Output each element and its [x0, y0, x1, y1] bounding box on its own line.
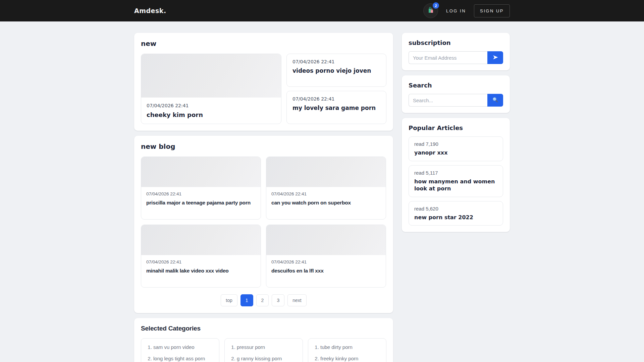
article-read-count: read 5,117	[414, 170, 497, 176]
post-date: 07/04/2026 22:41	[292, 96, 380, 102]
search-widget: Search	[402, 75, 510, 113]
popular-article-card[interactable]: read 5,620 new porn star 2022	[409, 201, 503, 226]
section-new-blog-heading: new blog	[141, 142, 386, 150]
post-title: descuifos en la lfl xxx	[271, 267, 381, 275]
section-new: new 07/04/2026 22:41 cheeky kim porn 07/…	[134, 33, 393, 131]
post-title: cheeky kim porn	[147, 111, 276, 118]
section-new-blog: new blog 07/04/2026 22:41 priscilla majo…	[134, 136, 393, 313]
post-date: 07/04/2026 22:41	[271, 191, 381, 196]
subscribe-button[interactable]	[487, 51, 503, 64]
article-title: how manymen and women look at porn	[414, 178, 497, 192]
blog-post-thumbnail	[141, 225, 261, 255]
section-selected-categories: Selected Categories sam vu porn video lo…	[134, 318, 393, 362]
popular-article-card[interactable]: read 7,190 yanopr xxx	[409, 136, 503, 161]
search-button[interactable]	[487, 94, 503, 107]
pagination-page-2-button[interactable]: 2	[256, 294, 269, 306]
category-link[interactable]: g ranny kissing porn	[237, 355, 297, 362]
pagination-page-3-button[interactable]: 3	[272, 294, 284, 306]
popular-article-card[interactable]: read 5,117 how manymen and women look at…	[409, 165, 503, 197]
category-list: pressur porn g ranny kissing porn pussy …	[224, 338, 303, 362]
subscription-widget: subscription	[402, 33, 510, 70]
category-list: tube dirty porn freeky kinky porn skylar…	[308, 338, 386, 362]
post-date: 07/04/2026 22:41	[146, 191, 256, 196]
pagination: top 1 2 3 next	[141, 294, 386, 306]
post-date: 07/04/2026 22:41	[292, 59, 380, 64]
article-title: new porn star 2022	[414, 214, 497, 221]
pagination-page-1-button[interactable]: 1	[240, 294, 253, 306]
category-link[interactable]: long legs tight ass porn	[153, 355, 214, 362]
blog-post-thumbnail	[266, 225, 386, 255]
blog-post-thumbnail	[141, 157, 261, 187]
popular-articles-widget: Popular Articles read 7,190 yanopr xxx r…	[402, 118, 510, 232]
blog-post-card[interactable]: 07/04/2026 22:41 can you watch porn on s…	[266, 157, 386, 220]
subscription-heading: subscription	[409, 39, 503, 46]
side-post-card[interactable]: 07/04/2026 22:41 my lovely sara game por…	[286, 91, 386, 124]
category-link[interactable]: sam vu porn video	[153, 344, 214, 351]
popular-articles-heading: Popular Articles	[409, 124, 503, 131]
post-date: 07/04/2026 22:41	[271, 259, 381, 264]
post-date: 07/04/2026 22:41	[146, 259, 256, 264]
post-title: minahil malik lake video xxx video	[146, 267, 256, 275]
selected-categories-heading: Selected Categories	[141, 325, 386, 332]
shopping-bags-button[interactable]: 2	[423, 3, 438, 18]
blog-post-card[interactable]: 07/04/2026 22:41 descuifos en la lfl xxx	[266, 225, 386, 288]
search-icon	[492, 97, 498, 104]
login-link[interactable]: LOG IN	[446, 8, 466, 13]
blog-post-card[interactable]: 07/04/2026 22:41 priscilla major a teena…	[141, 157, 261, 220]
cart-count-badge: 2	[433, 2, 439, 9]
article-read-count: read 7,190	[414, 141, 497, 147]
featured-post-thumbnail	[141, 54, 281, 98]
article-read-count: read 5,620	[414, 206, 497, 212]
top-navbar: Amdesk. 2 LOG IN SIGN UP	[0, 0, 644, 21]
post-title: can you watch porn on superbox	[271, 199, 381, 206]
search-heading: Search	[409, 82, 503, 89]
blog-post-card[interactable]: 07/04/2026 22:41 minahil malik lake vide…	[141, 225, 261, 288]
pagination-next-button[interactable]: next	[287, 294, 306, 306]
category-link[interactable]: freeky kinky porn	[320, 355, 381, 362]
featured-post-card[interactable]: 07/04/2026 22:41 cheeky kim porn	[141, 54, 281, 124]
post-title: priscilla major a teenage pajama party p…	[146, 199, 256, 206]
email-field[interactable]	[409, 51, 487, 64]
category-link[interactable]: tube dirty porn	[320, 344, 381, 351]
post-date: 07/04/2026 22:41	[147, 103, 276, 108]
blog-post-thumbnail	[266, 157, 386, 187]
signup-button[interactable]: SIGN UP	[474, 4, 510, 17]
pagination-top-button[interactable]: top	[221, 294, 237, 306]
side-post-card[interactable]: 07/04/2026 22:41 videos porno viejo jove…	[286, 54, 386, 87]
send-arrow-icon	[492, 55, 498, 61]
post-title: my lovely sara game porn	[292, 105, 380, 111]
category-list: sam vu porn video long legs tight ass po…	[141, 338, 219, 362]
section-new-heading: new	[141, 40, 386, 48]
article-title: yanopr xxx	[414, 149, 497, 157]
brand-logo[interactable]: Amdesk.	[134, 7, 166, 14]
category-link[interactable]: pressur porn	[237, 344, 297, 351]
search-input[interactable]	[409, 94, 487, 107]
post-title: videos porno viejo joven	[292, 67, 380, 74]
